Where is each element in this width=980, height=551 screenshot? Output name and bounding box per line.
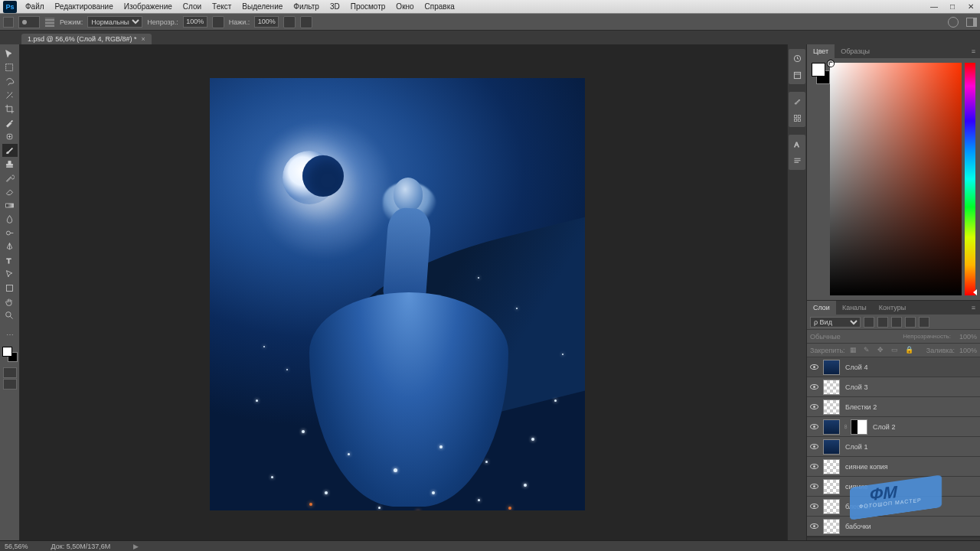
opacity-value[interactable]: 100% — [183, 16, 207, 28]
visibility-toggle[interactable] — [807, 484, 821, 489]
history-panel-icon[interactable] — [791, 52, 803, 64]
wand-tool[interactable] — [2, 89, 18, 102]
color-field[interactable] — [830, 63, 962, 295]
layer-name[interactable]: бабочки — [842, 523, 980, 530]
tool-preset-icon[interactable] — [3, 17, 14, 28]
marquee-tool[interactable] — [2, 61, 18, 74]
visibility-toggle[interactable] — [807, 364, 821, 370]
layer-row[interactable]: 𝟾Слой 2 — [807, 417, 980, 437]
brush-panel-toggle-icon[interactable] — [44, 17, 55, 28]
maximize-button[interactable]: □ — [943, 1, 962, 13]
brush-presets-panel-icon[interactable] — [791, 112, 803, 124]
fg-swatch[interactable] — [812, 63, 825, 77]
canvas-area[interactable] — [20, 44, 787, 540]
filter-type-icon[interactable] — [891, 317, 902, 328]
layer-name[interactable]: Слой 1 — [842, 443, 980, 451]
path-select-tool[interactable] — [2, 268, 18, 281]
menu-image[interactable]: Изображение — [119, 2, 178, 11]
foreground-color[interactable] — [2, 347, 12, 357]
layer-thumbnail[interactable] — [821, 439, 842, 455]
quickmask-toggle[interactable] — [3, 367, 17, 378]
properties-panel-icon[interactable] — [791, 69, 803, 81]
crop-tool[interactable] — [2, 103, 18, 116]
paragraph-panel-icon[interactable] — [791, 155, 803, 167]
visibility-toggle[interactable] — [807, 504, 821, 509]
edit-toolbar-icon[interactable]: ⋯ — [2, 328, 18, 341]
dodge-tool[interactable] — [2, 227, 18, 240]
layer-name[interactable]: сияние копия — [842, 463, 980, 471]
pen-tool[interactable] — [2, 240, 18, 253]
filter-pixel-icon[interactable] — [864, 317, 874, 328]
filter-type-select[interactable]: ρ Вид — [810, 317, 861, 328]
layer-row[interactable]: Слой 4 — [807, 357, 980, 377]
eraser-tool[interactable] — [2, 185, 18, 198]
eyedropper-tool[interactable] — [2, 116, 18, 129]
brushes-panel-icon[interactable] — [791, 95, 803, 107]
layer-row[interactable]: блестки — [807, 497, 980, 517]
zoom-level[interactable]: 56,56% — [5, 543, 28, 550]
layer-row[interactable]: Слой 1 — [807, 437, 980, 457]
layer-row[interactable]: Блестки 2 — [807, 397, 980, 417]
doc-size[interactable]: Док: 5,50M/137,6M — [51, 543, 111, 550]
tab-swatches[interactable]: Образцы — [835, 44, 876, 58]
tab-layers[interactable]: Слои — [807, 301, 836, 315]
menu-layers[interactable]: Слои — [178, 2, 207, 11]
layer-row[interactable]: сияние — [807, 477, 980, 497]
lock-all-icon[interactable]: 🔒 — [905, 346, 914, 355]
layer-name[interactable]: Блестки 2 — [842, 403, 980, 411]
layers-menu-icon[interactable]: ≡ — [967, 304, 980, 311]
type-tool[interactable]: T — [2, 254, 18, 267]
menu-select[interactable]: Выделение — [237, 2, 288, 11]
tab-paths[interactable]: Контуры — [873, 301, 912, 315]
stamp-tool[interactable] — [2, 158, 18, 171]
layer-thumbnail[interactable] — [821, 479, 842, 494]
blur-tool[interactable] — [2, 213, 18, 226]
blend-mode[interactable]: Обычные — [810, 333, 900, 341]
pressure-size-icon[interactable] — [300, 16, 312, 28]
visibility-toggle[interactable] — [807, 523, 821, 529]
menu-window[interactable]: Окно — [390, 2, 419, 11]
history-brush-tool[interactable] — [2, 171, 18, 184]
layer-name[interactable]: блестки — [842, 503, 980, 510]
filter-shape-icon[interactable] — [905, 317, 916, 328]
layer-thumbnail[interactable] — [821, 380, 842, 395]
visibility-toggle[interactable] — [807, 444, 821, 449]
healing-tool[interactable] — [2, 130, 18, 143]
layer-row[interactable]: бабочки — [807, 517, 980, 536]
layer-name[interactable]: Слой 3 — [842, 383, 980, 391]
layer-list[interactable]: Слой 4Слой 3Блестки 2𝟾Слой 2Слой 1сияние… — [807, 357, 980, 536]
menu-help[interactable]: Справка — [420, 2, 460, 11]
document-tab[interactable]: 1.psd @ 56,6% (Слой 4, RGB/8#) * × — [21, 34, 152, 44]
pressure-opacity-icon[interactable] — [212, 16, 224, 28]
menu-filter[interactable]: Фильтр — [288, 2, 325, 11]
hue-slider[interactable] — [965, 63, 975, 295]
color-swatches[interactable] — [812, 63, 827, 295]
visibility-toggle[interactable] — [807, 384, 821, 390]
zoom-tool[interactable] — [2, 309, 18, 322]
layer-name[interactable]: сияние — [842, 483, 980, 491]
tab-color[interactable]: Цвет — [807, 44, 835, 58]
lock-artboard-icon[interactable]: ▭ — [891, 346, 900, 355]
layer-name[interactable]: Слой 2 — [870, 423, 980, 431]
search-icon[interactable] — [948, 17, 959, 28]
layer-thumbnail[interactable] — [821, 519, 842, 534]
tab-channels[interactable]: Каналы — [836, 301, 873, 315]
layer-thumbnail[interactable] — [821, 360, 842, 375]
layer-thumbnail[interactable] — [821, 459, 842, 474]
menu-text[interactable]: Текст — [207, 2, 237, 11]
visibility-toggle[interactable] — [807, 424, 821, 429]
layer-name[interactable]: Слой 4 — [842, 364, 980, 371]
menu-view[interactable]: Просмотр — [345, 2, 391, 11]
lock-transparency-icon[interactable]: ▦ — [850, 346, 859, 355]
airbrush-icon[interactable] — [283, 16, 296, 28]
lock-paint-icon[interactable]: ✎ — [864, 346, 873, 355]
minimize-button[interactable]: — — [925, 1, 943, 13]
filter-adjust-icon[interactable] — [877, 317, 888, 328]
workspace-switch-icon[interactable] — [966, 18, 977, 27]
lock-position-icon[interactable]: ✥ — [877, 346, 887, 355]
gradient-tool[interactable] — [2, 199, 18, 212]
color-swatch[interactable] — [2, 347, 18, 362]
filter-smart-icon[interactable] — [919, 317, 929, 328]
visibility-toggle[interactable] — [807, 404, 821, 409]
visibility-toggle[interactable] — [807, 464, 821, 469]
